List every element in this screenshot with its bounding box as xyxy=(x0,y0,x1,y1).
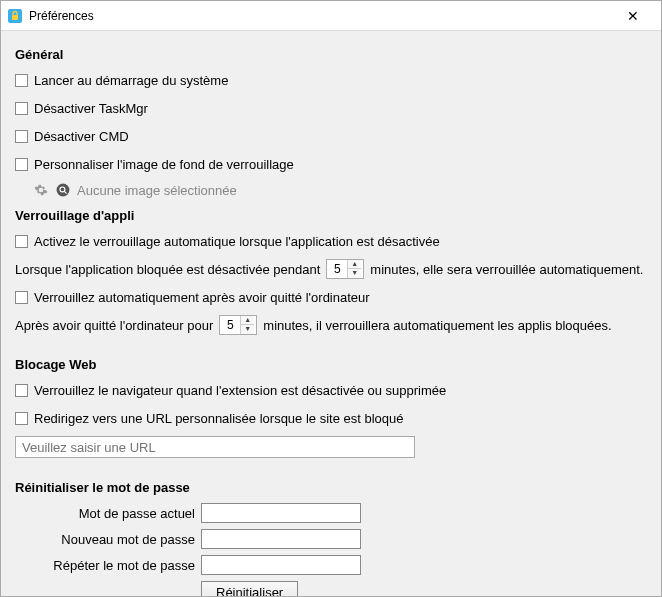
label-auto-lock-leave: Verrouillez automatiquement après avoir … xyxy=(34,290,370,305)
label-pw-new: Nouveau mot de passe xyxy=(15,532,195,547)
spinner-minutes-a[interactable]: 5 ▲ ▼ xyxy=(326,259,364,279)
checkbox-disable-taskmgr[interactable] xyxy=(15,102,28,115)
app-icon xyxy=(7,8,23,24)
text-sentence-b-pre: Après avoir quitté l'ordinateur pour xyxy=(15,318,213,333)
label-launch-startup: Lancer au démarrage du système xyxy=(34,73,228,88)
checkbox-redirect-url[interactable] xyxy=(15,412,28,425)
label-pw-repeat: Répéter le mot de passe xyxy=(15,558,195,573)
spinner-b-down[interactable]: ▼ xyxy=(241,325,254,334)
content: Général Lancer au démarrage du système D… xyxy=(1,31,661,596)
input-pw-new[interactable] xyxy=(201,529,361,549)
no-image-text: Aucune image sélectionnée xyxy=(77,183,237,198)
label-disable-taskmgr: Désactiver TaskMgr xyxy=(34,101,148,116)
titlebar: Préférences ✕ xyxy=(1,1,661,31)
input-pw-repeat[interactable] xyxy=(201,555,361,575)
gear-icon[interactable] xyxy=(33,182,49,198)
reset-button[interactable]: Réinitialiser xyxy=(201,581,298,597)
checkbox-launch-startup[interactable] xyxy=(15,74,28,87)
window-title: Préférences xyxy=(29,9,94,23)
section-general-heading: Général xyxy=(15,47,647,62)
close-button[interactable]: ✕ xyxy=(613,8,653,24)
section-webblock-heading: Blocage Web xyxy=(15,357,647,372)
spinner-a-down[interactable]: ▼ xyxy=(348,269,361,278)
custom-url-input[interactable] xyxy=(15,436,415,458)
spinner-a-up[interactable]: ▲ xyxy=(348,260,361,269)
checkbox-custom-lock-image[interactable] xyxy=(15,158,28,171)
svg-rect-1 xyxy=(12,15,18,20)
label-auto-lock-disabled: Activez le verrouillage automatique lors… xyxy=(34,234,440,249)
svg-point-2 xyxy=(57,184,70,197)
checkbox-auto-lock-disabled[interactable] xyxy=(15,235,28,248)
spinner-minutes-b[interactable]: 5 ▲ ▼ xyxy=(219,315,257,335)
text-sentence-a-post: minutes, elle sera verrouillée automatiq… xyxy=(370,262,643,277)
spinner-b-up[interactable]: ▲ xyxy=(241,316,254,325)
section-applock-heading: Verrouillage d'appli xyxy=(15,208,647,223)
text-sentence-b-post: minutes, il verrouillera automatiquement… xyxy=(263,318,611,333)
magnify-icon[interactable] xyxy=(55,182,71,198)
label-lock-browser-ext: Verrouillez le navigateur quand l'extens… xyxy=(34,383,446,398)
label-custom-lock-image: Personnaliser l'image de fond de verroui… xyxy=(34,157,294,172)
checkbox-disable-cmd[interactable] xyxy=(15,130,28,143)
checkbox-auto-lock-leave[interactable] xyxy=(15,291,28,304)
section-resetpw-heading: Réinitialiser le mot de passe xyxy=(15,480,647,495)
input-pw-current[interactable] xyxy=(201,503,361,523)
label-pw-current: Mot de passe actuel xyxy=(15,506,195,521)
text-sentence-a-pre: Lorsque l'application bloquée est désact… xyxy=(15,262,320,277)
checkbox-lock-browser-ext[interactable] xyxy=(15,384,28,397)
label-disable-cmd: Désactiver CMD xyxy=(34,129,129,144)
spinner-b-value: 5 xyxy=(220,318,240,332)
spinner-a-value: 5 xyxy=(327,262,347,276)
label-redirect-url: Redirigez vers une URL personnalisée lor… xyxy=(34,411,404,426)
